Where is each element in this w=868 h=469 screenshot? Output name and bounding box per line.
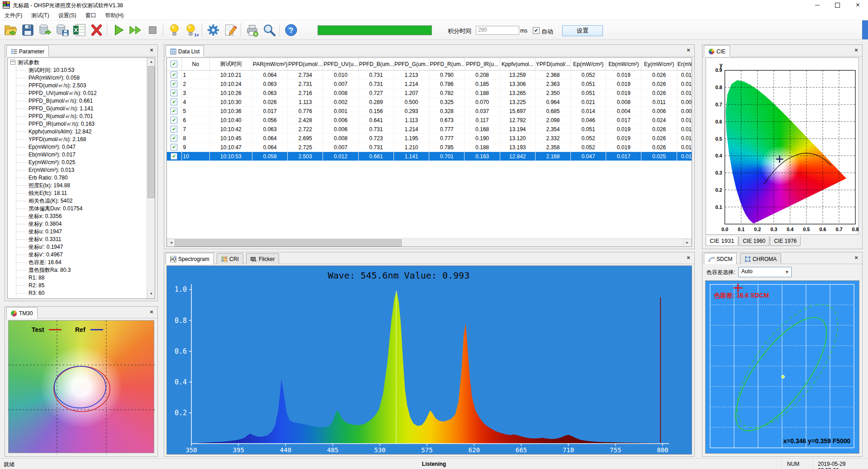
tree-item-1[interactable]: PAR(mW/cm²): 0.058 <box>28 74 147 82</box>
tree-item-12[interactable]: Ey(mW/cm²): 0.025 <box>28 159 147 166</box>
row-checkbox[interactable]: ✔ <box>171 90 177 96</box>
table-row[interactable]: ✔310:10:260.0632.7160.0080.7271.2070.782… <box>167 89 692 98</box>
tree-item-14[interactable]: Erb Ratio: 0.780 <box>28 174 147 182</box>
scroll-right-icon[interactable]: ► <box>683 239 692 247</box>
open-button[interactable] <box>2 21 19 38</box>
menu-item-1[interactable]: 测试(T) <box>27 10 53 20</box>
export-excel-button[interactable]: X <box>71 21 88 38</box>
scroll-up-icon[interactable]: ▲ <box>147 58 155 66</box>
table-row[interactable]: ✔710:10:420.0632.7220.0060.7311.2140.777… <box>167 125 692 134</box>
tree-item-20[interactable]: 坐标y: 0.3804 <box>28 220 147 228</box>
help-button[interactable]: ? <box>282 21 299 38</box>
delete-button[interactable] <box>88 21 105 38</box>
minimize-button[interactable] <box>807 0 827 10</box>
menu-item-3[interactable]: 窗口 <box>81 10 101 20</box>
cie-bottom-tab-1[interactable]: CIE 1960 <box>739 237 769 246</box>
tree-item-13[interactable]: Er(mW/cm²): 0.013 <box>28 166 147 174</box>
tab-chroma[interactable]: CHROMA <box>740 253 781 265</box>
print-button[interactable] <box>243 21 261 38</box>
table-row[interactable]: ✔210:10:240.0632.7310.0070.7311.2140.786… <box>167 80 692 89</box>
table-row[interactable]: ✔910:10:470.0642.7250.0070.7311.2100.785… <box>167 143 692 152</box>
settings-button[interactable]: 设置 <box>562 25 603 36</box>
row-checkbox[interactable]: ✔ <box>171 135 177 142</box>
tree-item-16[interactable]: 烛光E(fc): 18.11 <box>28 189 147 197</box>
select-all-checkbox[interactable]: ✔ <box>171 61 177 67</box>
table-row[interactable]: ✔510:10:360.0170.7760.0010.1560.2930.328… <box>167 107 692 116</box>
export-data-button[interactable] <box>36 21 53 38</box>
tab-cie[interactable]: CIE <box>704 45 730 57</box>
save-data-button[interactable] <box>53 21 71 38</box>
tree-root[interactable]: 测试参数 <box>10 59 147 66</box>
close-button[interactable]: ✕ <box>848 0 868 10</box>
tree-item-25[interactable]: 色容差: 16.64 <box>28 259 147 266</box>
maximize-button[interactable] <box>827 0 848 10</box>
tree-item-0[interactable]: 测试时间: 10:10:53 <box>28 66 147 74</box>
column-header-1[interactable]: 测试时间 <box>209 58 252 71</box>
column-header-4[interactable]: PPFD_UV(u... <box>323 58 358 71</box>
docked-panel-strip[interactable] <box>862 20 868 39</box>
auto-checkbox[interactable]: ✔ <box>533 27 540 34</box>
tree-item-8[interactable]: Kppfv(umol/s/klm): 12.842 <box>28 128 147 136</box>
settings-button[interactable] <box>204 21 222 38</box>
scroll-down-icon[interactable]: ▼ <box>147 290 155 298</box>
tab-cri[interactable]: CRI <box>217 253 243 265</box>
column-header-10[interactable]: YPFD(umol/... <box>535 58 570 71</box>
table-row[interactable]: ✔810:10:450.0642.6950.0080.7231.1950.777… <box>167 134 692 143</box>
column-header-14[interactable]: Er(mW/cm²) <box>677 58 692 71</box>
data-table-hscrollbar[interactable]: ◄ ► <box>167 238 692 246</box>
tree-item-23[interactable]: 坐标u': 0.1947 <box>28 243 147 251</box>
tree-item-21[interactable]: 坐标u: 0.1947 <box>28 228 147 236</box>
spectrogram-close-icon[interactable]: × <box>685 254 692 261</box>
row-checkbox[interactable]: ✔ <box>171 144 177 151</box>
column-header-9[interactable]: Kppfv(umol... <box>500 58 535 71</box>
row-checkbox[interactable]: ✔ <box>171 126 177 133</box>
column-header-5[interactable]: PPFD_B(um... <box>358 58 394 71</box>
tree-item-29[interactable]: R3: 60 <box>28 289 147 297</box>
column-header-8[interactable]: PPFD_IR(u... <box>465 58 500 71</box>
tree-item-10[interactable]: Ep(mW/cm²): 0.047 <box>28 143 147 151</box>
row-checkbox[interactable]: ✔ <box>171 117 177 123</box>
tree-item-26[interactable]: 显色指数Ra: 80.3 <box>28 266 147 274</box>
column-header-2[interactable]: PAR(mW/cm²) <box>252 58 288 71</box>
cie-close-icon[interactable]: × <box>853 47 860 54</box>
menu-item-2[interactable]: 设置(S) <box>54 10 81 20</box>
lamp-on-button[interactable] <box>166 21 183 38</box>
column-header-11[interactable]: Ep(mW/cm²) <box>571 58 606 71</box>
start-continuous-button[interactable] <box>127 21 144 38</box>
column-header-7[interactable]: PPFD_R(um... <box>429 58 465 71</box>
tree-item-5[interactable]: PPFD_G(umol/㎡/s): 1.141 <box>28 105 147 113</box>
sdcm-select-dropdown[interactable]: Auto ▼ <box>738 267 792 277</box>
cie-bottom-tab-0[interactable]: CIE 1931 <box>706 237 738 246</box>
tree-collapse-icon[interactable] <box>10 60 15 65</box>
tab-spectrogram[interactable]: Spectrogram <box>166 253 214 265</box>
edit-button[interactable] <box>222 21 239 38</box>
tree-item-30[interactable]: R4: 85 <box>28 297 147 298</box>
tree-item-24[interactable]: 坐标v': 0.4967 <box>28 251 147 259</box>
table-row[interactable]: ✔110:10:210.0642.7340.0100.7311.2130.790… <box>167 71 692 80</box>
stop-button[interactable] <box>144 21 161 38</box>
start-test-button[interactable] <box>109 21 127 38</box>
lamp-1x-button[interactable]: 1x <box>183 21 200 38</box>
parameter-scrollbar[interactable]: ▲ ▼ <box>147 58 155 298</box>
tab-sdcm[interactable]: SDCM <box>704 253 737 265</box>
tree-item-11[interactable]: Eb(mW/cm²): 0.017 <box>28 151 147 159</box>
menu-item-0[interactable]: 文件(F) <box>0 10 27 20</box>
table-row[interactable]: ✔1010:10:530.0582.5030.0120.6611.1410.70… <box>167 152 692 161</box>
data-list-close-icon[interactable]: × <box>685 47 692 54</box>
tab-flicker[interactable]: Flicker <box>246 253 279 265</box>
zoom-button[interactable] <box>261 21 278 38</box>
tree-item-27[interactable]: R1: 88 <box>28 274 147 282</box>
column-header-3[interactable]: PPFD(umol/... <box>288 58 323 71</box>
column-header-6[interactable]: PPFD_G(um... <box>394 58 429 71</box>
table-row[interactable]: ✔410:10:300.0261.1130.0020.2890.5000.325… <box>167 98 692 107</box>
row-checkbox[interactable]: ✔ <box>171 99 177 105</box>
table-row[interactable]: ✔610:10:400.0562.4280.0060.6411.1130.673… <box>167 116 692 125</box>
tree-item-6[interactable]: PPFD_R(umol/㎡/s): 0.701 <box>28 113 147 120</box>
parameter-close-icon[interactable]: × <box>148 47 155 54</box>
tab-parameter[interactable]: Parameter <box>6 45 49 57</box>
tree-item-17[interactable]: 相关色温(K): 5402 <box>28 197 147 205</box>
tree-item-9[interactable]: YPFD(umol/㎡/s): 2.168 <box>28 136 147 143</box>
menu-item-4[interactable]: 帮助(H) <box>101 10 128 20</box>
row-checkbox[interactable]: ✔ <box>171 108 177 114</box>
row-checkbox[interactable]: ✔ <box>171 81 177 87</box>
